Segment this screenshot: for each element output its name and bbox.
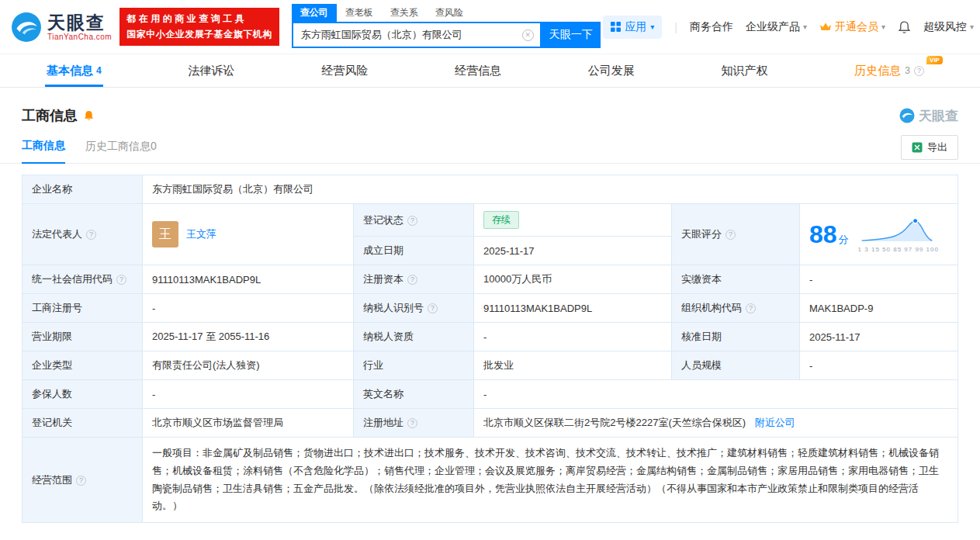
crown-icon [819,22,832,32]
cell-value: 有限责任公司(法人独资) [152,359,260,371]
industry-label: 行业 [354,351,474,380]
subtab-business-info[interactable]: 工商信息 [22,139,65,164]
tab-operating-info[interactable]: 经营信息 [453,54,503,87]
tianyancha-logo[interactable]: 天眼查 TianYanCha.com [11,12,112,43]
help-icon[interactable]: ? [116,275,126,285]
top-nav: 应用 ▾ | 商务合作 企业级产品 ▾ 开通会员 ▾ 超级风控 ▾ [603,16,974,39]
nearby-companies-link[interactable]: 附近公司 [755,417,795,428]
watermark-text: 天眼查 [919,107,958,125]
cell-label: 人员规模 [681,359,722,371]
chevron-down-icon: ▾ [650,22,654,31]
cell-value: 北京市顺义区保联二街2号院2号楼2227室(天竺综合保税区) [483,417,746,428]
search-tab-risk[interactable]: 查风险 [427,4,472,22]
help-icon[interactable]: ? [86,230,96,240]
search-input[interactable] [293,23,540,47]
slogan-line2: 国家中小企业发展子基金旗下机构 [126,27,272,42]
search-tab-relation[interactable]: 查关系 [382,4,427,22]
legal-rep-link[interactable]: 王文萍 [186,227,216,241]
search-tab-company[interactable]: 查公司 [292,4,337,22]
tab-label: 法律诉讼 [188,64,234,78]
search-tab-boss[interactable]: 查老板 [337,4,382,22]
chevron-down-icon: ▾ [881,22,885,31]
cell-label: 注册地址 [363,417,403,428]
tab-legal-proceedings[interactable]: 法律诉讼 [186,54,236,87]
help-icon[interactable]: ? [407,216,417,226]
cell-value: 91110113MAK1BADP9L [483,303,592,314]
monitor-bell-icon[interactable] [83,109,95,122]
nav-open-vip[interactable]: 开通会员 ▾ [819,20,885,34]
cell-label: 企业类型 [32,359,72,371]
legal-rep-avatar[interactable]: 王 [152,221,178,248]
search-button[interactable]: 天眼一下 [542,22,601,48]
cell-label: 实缴资本 [681,273,722,285]
cell-value: 北京市顺义区市场监督管理局 [152,417,283,428]
cell-label: 组织机构代码 [681,302,742,313]
cell-label: 纳税人识别号 [363,302,424,313]
business-info-table: 企业名称 东方雨虹国际贸易（北京）有限公司 法定代表人? 王 王文萍 登记状态?… [22,175,958,523]
tab-basic-info[interactable]: 基本信息 4 [45,54,103,87]
tianyancha-logo-icon [11,12,42,43]
english-name-value: - [474,380,958,409]
help-icon[interactable]: ? [746,303,756,313]
help-icon[interactable]: ? [76,476,86,486]
enterprise-label: 企业级产品 [746,20,800,34]
reg-status-value: 存续 [474,204,672,237]
cell-label: 经营范围 [32,474,72,486]
top-header: 天眼查 TianYanCha.com 都在用的商业查询工具 国家中小企业发展子基… [0,0,980,54]
cell-label: 行业 [363,359,383,371]
staff-size-value: - [800,351,958,380]
brand-domain: TianYanCha.com [47,33,112,42]
status-badge: 存续 [483,211,519,229]
cell-value: - [809,274,812,286]
tab-intellectual-property[interactable]: 知识产权 [720,54,770,87]
taxpayer-id-value: 91110113MAK1BADP9L [474,294,672,323]
tab-operating-risk[interactable]: 经营风险 [320,54,369,87]
tab-history-info[interactable]: 历史信息 3 ? VIP [853,54,932,87]
cell-value: 一般项目：非金属矿及制品销售；货物进出口；技术进出口；技术服务、技术开发、技术咨… [152,447,939,511]
cell-value: - [152,303,155,314]
cell-value: 批发业 [483,359,514,371]
company-type-label: 企业类型 [23,351,143,380]
score-curve-icon [858,216,936,243]
help-icon[interactable]: ? [428,303,438,313]
approval-date-value: 2025-11-17 [800,323,958,351]
table-row: 统一社会信用代码? 91110113MAK1BADP9L 注册资本? 10000… [23,265,958,294]
subtab-history-business-info[interactable]: 历史工商信息0 [85,140,157,163]
tab-label: 知识产权 [722,64,768,78]
apps-label: 应用 [625,20,646,34]
bell-icon [898,20,911,34]
help-icon[interactable]: ? [407,275,417,285]
chevron-down-icon: ▾ [803,22,807,31]
export-button[interactable]: 导出 [901,135,958,160]
super-risk-label: 超级风控 [923,20,967,34]
cell-label: 核准日期 [681,331,722,342]
business-scope-label: 经营范围? [23,438,143,523]
cell-label: 法定代表人 [32,228,82,240]
bell-icon [83,109,95,122]
tab-label: 经营风险 [321,64,368,78]
nav-divider: | [674,21,677,33]
nav-cooperation[interactable]: 商务合作 [690,20,733,34]
search-input-box: ✕ [292,22,542,48]
cell-label: 成立日期 [363,244,403,256]
cell-label: 登记状态 [363,214,403,226]
nav-super-risk[interactable]: 超级风控 ▾ [923,20,974,34]
cell-value: MAK1BADP-9 [809,303,873,314]
cell-label: 企业名称 [32,183,72,195]
cell-label: 注册资本 [363,273,403,285]
clear-icon[interactable]: ✕ [522,29,534,41]
search-area: 查公司 查老板 查关系 查风险 ✕ 天眼一下 [292,4,601,48]
apps-menu-button[interactable]: 应用 ▾ [603,16,662,39]
help-icon[interactable]: ? [914,66,924,76]
establish-date-label: 成立日期 [354,237,474,265]
tab-company-development[interactable]: 公司发展 [587,54,636,87]
notification-bell-button[interactable] [898,20,911,34]
reg-status-label: 登记状态? [354,204,474,237]
excel-export-icon [912,142,923,153]
nav-enterprise-products[interactable]: 企业级产品 ▾ [746,20,807,34]
tab-count: 4 [96,65,102,76]
cell-value: 2025-11-17 [483,245,535,257]
reg-authority-value: 北京市顺义区市场监督管理局 [143,409,354,438]
help-icon[interactable]: ? [407,418,417,428]
help-icon[interactable]: ? [725,230,736,240]
